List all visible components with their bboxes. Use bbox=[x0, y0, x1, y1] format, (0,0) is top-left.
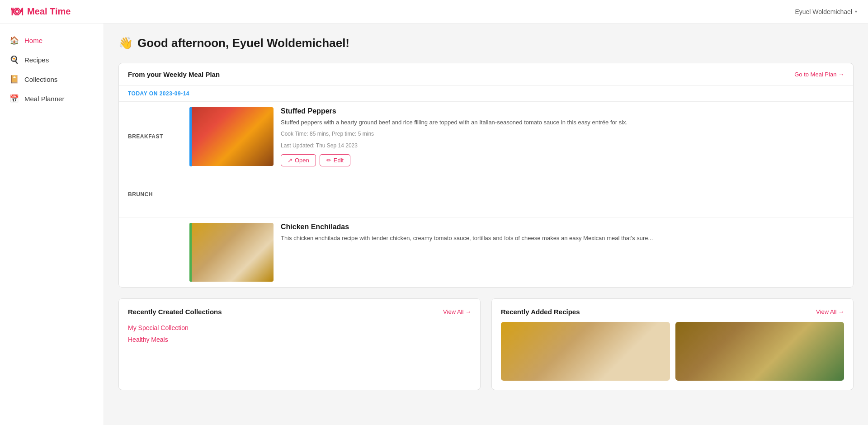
breakfast-last-updated: Last Updated: Thu Sep 14 2023 bbox=[281, 142, 846, 149]
bottom-grid: Recently Created Collections View All → … bbox=[118, 298, 854, 390]
open-breakfast-button[interactable]: ↗ Open bbox=[281, 154, 316, 166]
breakfast-info: Stuffed Peppers Stuffed peppers with a h… bbox=[281, 107, 846, 166]
lunch-image bbox=[189, 223, 274, 282]
go-to-meal-plan-link[interactable]: Go to Meal Plan → bbox=[794, 71, 844, 78]
greeting: 👋 Good afternoon, Eyuel Woldemichael! bbox=[118, 36, 854, 50]
sidebar-item-meal-planner[interactable]: 📅 Meal Planner bbox=[0, 89, 104, 109]
collections-view-all-link[interactable]: View All → bbox=[443, 308, 471, 315]
lunch-accent-bar bbox=[189, 223, 192, 282]
breakfast-image bbox=[189, 107, 274, 166]
recipes-card: Recently Added Recipes View All → bbox=[491, 298, 854, 390]
collections-card: Recently Created Collections View All → … bbox=[118, 298, 481, 390]
greeting-text: Good afternoon, Eyuel Woldemichael! bbox=[137, 36, 349, 50]
meal-content-brunch bbox=[182, 172, 853, 217]
brand-name: Meal Time bbox=[27, 6, 71, 17]
sidebar-item-recipes[interactable]: 🍳 Recipes bbox=[0, 50, 104, 70]
lunch-info: Chicken Enchiladas This chicken enchilad… bbox=[281, 223, 846, 282]
breakfast-recipe-title: Stuffed Peppers bbox=[281, 107, 846, 115]
today-date-label: TODAY ON 2023-09-14 bbox=[119, 86, 853, 101]
weekly-meal-plan-card: From your Weekly Meal Plan Go to Meal Pl… bbox=[118, 63, 854, 288]
recipes-card-title: Recently Added Recipes bbox=[501, 308, 580, 316]
user-menu[interactable]: Eyuel Woldemichael ▾ bbox=[795, 8, 857, 15]
meal-planner-icon: 📅 bbox=[9, 94, 19, 104]
collections-card-title: Recently Created Collections bbox=[128, 308, 222, 316]
recipe-images-grid bbox=[501, 322, 844, 381]
topnav: 🍽 Meal Time Eyuel Woldemichael ▾ bbox=[0, 0, 868, 24]
meal-row-brunch: BRUNCH bbox=[119, 172, 853, 217]
greeting-emoji: 👋 bbox=[118, 36, 133, 50]
lunch-image-wrap bbox=[189, 223, 274, 282]
collections-card-header: Recently Created Collections View All → bbox=[128, 308, 471, 316]
edit-icon: ✏ bbox=[326, 157, 331, 164]
edit-label: Edit bbox=[334, 157, 344, 164]
meal-row-lunch: Chicken Enchiladas This chicken enchilad… bbox=[119, 217, 853, 287]
open-icon: ↗ bbox=[288, 157, 292, 164]
collection-item-1[interactable]: Healthy Meals bbox=[128, 334, 471, 345]
collection-item-0[interactable]: My Special Collection bbox=[128, 322, 471, 334]
meal-label-lunch bbox=[119, 217, 182, 287]
edit-breakfast-button[interactable]: ✏ Edit bbox=[320, 154, 350, 166]
sidebar-item-collections-label: Collections bbox=[24, 76, 57, 83]
lunch-recipe-title: Chicken Enchiladas bbox=[281, 223, 846, 231]
recipes-card-header: Recently Added Recipes View All → bbox=[501, 308, 844, 316]
breakfast-image-wrap bbox=[189, 107, 274, 166]
breakfast-cook-time: Cook Time: 85 mins, Prep time: 5 mins bbox=[281, 131, 846, 137]
meal-content-lunch: Chicken Enchiladas This chicken enchilad… bbox=[182, 217, 853, 287]
recipes-icon: 🍳 bbox=[9, 55, 19, 65]
recipe-image-0[interactable] bbox=[501, 322, 670, 381]
chevron-down-icon: ▾ bbox=[855, 9, 857, 14]
open-label: Open bbox=[295, 157, 309, 164]
sidebar-item-collections[interactable]: 📔 Collections bbox=[0, 70, 104, 89]
meal-plan-title: From your Weekly Meal Plan bbox=[128, 71, 220, 78]
sidebar: 🏠 Home 🍳 Recipes 📔 Collections 📅 Meal Pl… bbox=[0, 24, 104, 425]
user-name: Eyuel Woldemichael bbox=[795, 8, 852, 15]
recipes-view-all-link[interactable]: View All → bbox=[816, 308, 844, 315]
brand[interactable]: 🍽 Meal Time bbox=[11, 5, 71, 19]
collections-icon: 📔 bbox=[9, 75, 19, 84]
meal-label-breakfast: BREAKFAST bbox=[119, 102, 182, 172]
sidebar-item-home[interactable]: 🏠 Home bbox=[0, 31, 104, 50]
brand-icon: 🍽 bbox=[11, 5, 23, 19]
breakfast-recipe-desc: Stuffed peppers with a hearty ground bee… bbox=[281, 118, 846, 127]
meal-plan-card-header: From your Weekly Meal Plan Go to Meal Pl… bbox=[119, 63, 853, 86]
meal-content-breakfast: Stuffed Peppers Stuffed peppers with a h… bbox=[182, 102, 853, 172]
lunch-recipe-desc: This chicken enchilada recipe with tende… bbox=[281, 234, 846, 243]
main-content: 👋 Good afternoon, Eyuel Woldemichael! Fr… bbox=[104, 24, 868, 425]
sidebar-item-meal-planner-label: Meal Planner bbox=[24, 95, 64, 103]
breakfast-accent-bar bbox=[189, 107, 192, 166]
sidebar-item-recipes-label: Recipes bbox=[24, 56, 49, 64]
meal-row-breakfast: BREAKFAST Stuffed Peppers Stuffed pepper… bbox=[119, 101, 853, 172]
layout: 🏠 Home 🍳 Recipes 📔 Collections 📅 Meal Pl… bbox=[0, 24, 868, 425]
meal-label-brunch: BRUNCH bbox=[119, 172, 182, 217]
recipe-image-1[interactable] bbox=[675, 322, 844, 381]
breakfast-actions: ↗ Open ✏ Edit bbox=[281, 154, 846, 166]
meal-plan-scroll[interactable]: BREAKFAST Stuffed Peppers Stuffed pepper… bbox=[119, 101, 853, 287]
sidebar-item-home-label: Home bbox=[24, 37, 42, 44]
home-icon: 🏠 bbox=[9, 36, 19, 45]
